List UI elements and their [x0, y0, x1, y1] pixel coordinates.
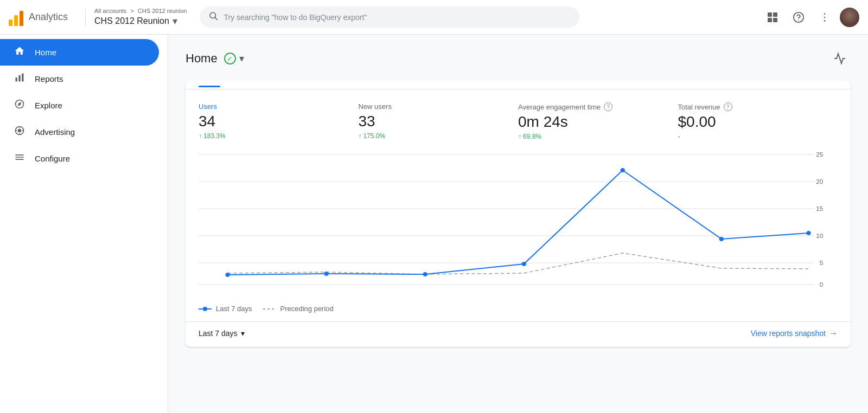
sidebar: Home Reports Explore Advertising Configu…	[0, 35, 168, 413]
user-avatar[interactable]	[840, 8, 859, 27]
sidebar-item-explore-label: Explore	[35, 101, 62, 110]
check-circle-icon: ✓	[224, 53, 236, 64]
svg-text:20: 20	[816, 178, 823, 185]
legend-current: Last 7 days	[199, 305, 252, 313]
revenue-info-icon[interactable]: ?	[724, 102, 732, 111]
legend-dashed-label: Preceding period	[280, 305, 334, 313]
date-range-dropdown-icon: ▾	[241, 329, 245, 338]
sidebar-item-advertising-label: Advertising	[35, 127, 75, 137]
sidebar-item-reports[interactable]: Reports	[0, 66, 159, 92]
legend-solid-line	[199, 308, 212, 309]
card-tabs	[186, 80, 851, 89]
app-name: Analytics	[29, 11, 68, 23]
logo-bar-3	[20, 11, 23, 26]
svg-point-12	[18, 129, 22, 133]
metric-users-label[interactable]: Users	[199, 102, 346, 111]
arrow-right-icon: →	[829, 328, 838, 338]
metric-engagement-change: ↑ 69.8%	[518, 133, 665, 140]
chart-point	[620, 168, 625, 172]
metric-users-value: 34	[199, 113, 346, 130]
avatar-image	[840, 8, 859, 27]
grid-apps-button[interactable]	[762, 7, 783, 28]
preceding-period-line	[228, 253, 809, 274]
metric-revenue-label[interactable]: Total revenue ?	[678, 102, 825, 111]
logo-container: Analytics	[9, 9, 68, 26]
breadcrumb: All accounts > CHS 2012 reunion	[94, 8, 187, 14]
svg-point-3	[798, 19, 799, 20]
chart-point	[225, 273, 230, 277]
chart-point	[423, 272, 427, 276]
more-options-button[interactable]	[814, 7, 835, 28]
metric-revenue-value: $0.00	[678, 113, 825, 131]
metric-users-change: ↑ 183.3%	[199, 132, 346, 140]
page-header: Home ✓ ▾	[186, 48, 851, 69]
metric-engagement: Average engagement time ? 0m 24s ↑ 69.8%	[518, 102, 678, 140]
chart-point	[719, 237, 724, 241]
property-dropdown-icon: ▾	[173, 15, 177, 27]
chart-area: 25 20 15 10 5 0 14 Aug 15 16 17 18 19 20	[186, 149, 851, 300]
svg-text:0: 0	[820, 281, 824, 288]
sidebar-item-explore[interactable]: Explore	[0, 92, 159, 119]
chart-svg: 25 20 15 10 5 0 14 Aug 15 16 17 18 19 20	[199, 149, 838, 290]
metric-new-users: New users 33 ↑ 175.0%	[359, 102, 519, 140]
chart-point	[521, 262, 526, 266]
header-divider	[85, 9, 86, 26]
breadcrumb-current[interactable]: CHS 2012 reunion	[138, 8, 187, 14]
home-icon	[13, 46, 26, 59]
metric-engagement-label[interactable]: Average engagement time ?	[518, 102, 665, 111]
tab-indicator	[199, 86, 220, 87]
search-icon	[208, 11, 218, 23]
configure-icon	[13, 152, 26, 165]
sidebar-item-configure-label: Configure	[35, 154, 70, 163]
svg-text:10: 10	[816, 233, 823, 239]
search-placeholder: Try searching "how to do BigQuery export…	[224, 13, 571, 22]
svg-text:5: 5	[820, 260, 824, 266]
title-dropdown-icon: ▾	[239, 53, 244, 64]
breadcrumb-parent[interactable]: All accounts	[94, 8, 126, 14]
metric-new-users-change: ↑ 175.0%	[359, 132, 506, 140]
chart-legend: Last 7 days Preceding period	[186, 300, 851, 321]
advertising-icon	[13, 125, 26, 139]
metric-revenue: Total revenue ? $0.00 -	[678, 102, 838, 140]
reports-icon	[13, 72, 26, 86]
sidebar-item-home-label: Home	[35, 48, 56, 57]
logo-bar-2	[14, 15, 18, 26]
app-header: Analytics All accounts > CHS 2012 reunio…	[0, 0, 868, 35]
svg-rect-8	[18, 75, 20, 82]
sidebar-item-advertising[interactable]: Advertising	[0, 119, 159, 145]
breadcrumb-separator: >	[130, 8, 133, 14]
logo-icon	[9, 9, 23, 26]
legend-dashed-line	[263, 308, 276, 309]
legend-preceding: Preceding period	[263, 305, 334, 313]
page-title-row: Home ✓ ▾	[186, 51, 244, 66]
help-button[interactable]	[788, 7, 809, 28]
search-bar[interactable]: Try searching "how to do BigQuery export…	[200, 7, 579, 28]
property-selector[interactable]: CHS 2012 Reunion ▾	[94, 15, 187, 27]
breadcrumb-container: All accounts > CHS 2012 reunion CHS 2012…	[94, 8, 187, 27]
date-range-button[interactable]: Last 7 days ▾	[199, 329, 245, 338]
metrics-row: Users 34 ↑ 183.3% New users 33 ↑	[186, 89, 851, 149]
customize-button[interactable]	[829, 48, 851, 69]
sidebar-item-home[interactable]: Home	[0, 39, 159, 66]
view-snapshot-link[interactable]: View reports snapshot →	[751, 328, 838, 338]
svg-rect-7	[16, 78, 17, 82]
sidebar-item-configure[interactable]: Configure	[0, 145, 159, 172]
svg-point-6	[824, 20, 826, 22]
logo-bar-1	[9, 20, 12, 26]
metric-users: Users 34 ↑ 183.3%	[199, 102, 359, 140]
metric-new-users-label[interactable]: New users	[359, 102, 506, 111]
current-period-line	[228, 170, 809, 275]
svg-text:25: 25	[816, 151, 823, 158]
svg-rect-9	[22, 74, 23, 82]
view-snapshot-label: View reports snapshot	[751, 329, 826, 338]
engagement-info-icon[interactable]: ?	[604, 102, 612, 111]
legend-solid-label: Last 7 days	[216, 305, 252, 313]
title-status-button[interactable]: ✓ ▾	[224, 53, 244, 64]
property-name: CHS 2012 Reunion	[94, 16, 169, 26]
chart-point	[806, 231, 811, 235]
main-content: Home ✓ ▾ Users	[168, 35, 868, 413]
svg-line-1	[215, 17, 218, 20]
main-card: Users 34 ↑ 183.3% New users 33 ↑	[186, 80, 851, 347]
sidebar-item-reports-label: Reports	[35, 74, 63, 83]
metric-revenue-change: -	[678, 133, 825, 140]
